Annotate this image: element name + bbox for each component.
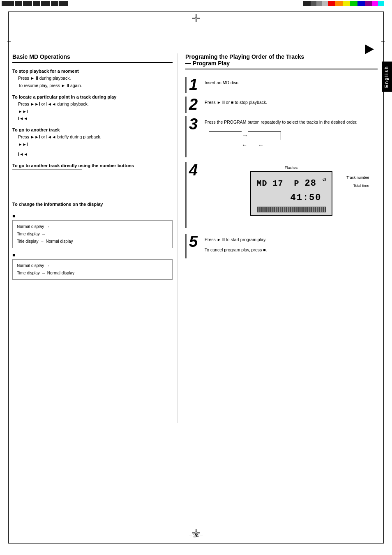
display-track-num: 28 [305,178,316,189]
column-divider [178,53,178,423]
arrow-icon: → [40,238,44,245]
left-column: Basic MD Operations To stop playback for… [12,53,173,423]
arrow-icon: → [46,223,50,230]
subsection-stop-playback: To stop playback for a moment Press ► II… [12,69,173,90]
section-arrow-right [365,44,374,54]
track-num-label: Track number [346,175,369,180]
color-block [59,1,68,6]
body-line: To resume play, press ► II again. [18,82,173,90]
color-block [41,1,50,6]
step-5-text: Press ► II to start program play. [205,236,378,243]
step-2-row: 2 Press ► II or ■ to stop playback. [185,97,378,113]
display-table-1: ■ Normal display → Time display → Title … [12,213,173,248]
step-4-content: Flashes ↺ MD 17 P 28 41:50 Track number … [205,162,378,216]
step-number-3: 3 [189,116,201,132]
right-tick [381,41,385,41]
row-dest: Normal display [47,269,74,277]
diagram-row-bottom: ← ← [209,140,378,150]
lock-icon: ↺ [323,175,327,185]
main-layout: Basic MD Operations To stop playback for… [12,53,378,423]
step-number-1: 1 [189,77,201,92]
color-seg-blue [357,1,365,6]
language-tab: English [382,62,392,92]
body-line: Press ►►I or I◄◄ briefly during playback… [18,134,173,141]
row-label: Time display [17,230,40,238]
arrow-left-icon: ← [242,142,247,148]
body-line: I◄◄ [18,151,173,158]
step-5-row: 5 Press ► II to start program play. To c… [185,234,378,258]
color-block [51,1,58,6]
subsection-locate: To locate a particular point in a track … [12,94,173,123]
step-3-diagram: → ← ← [205,131,378,150]
color-seg-yellow [343,1,350,6]
info-row: Normal display → [17,223,168,230]
step-number-5: 5 [189,234,201,249]
display-sub-text: 41:50 [257,191,322,205]
row-dest: Normal display [46,238,73,245]
top-bar [0,0,392,7]
step-bar [185,162,187,228]
body-line: ►►I [18,141,173,148]
display-box: ↺ MD 17 P 28 41:50 [250,171,332,216]
table-header: ■ [12,252,173,258]
display-note: Flashes [285,165,298,170]
subsection-another-track: To go to another track Press ►►I or I◄◄ … [12,127,173,158]
color-seg-gray [316,1,322,6]
step-2-content: Press ► II or ■ to stop playback. [205,97,267,106]
step-bar [185,97,187,113]
row-label: Normal display [17,223,44,230]
arrow-icon: → [46,262,50,269]
body-line: ►►I [18,108,173,115]
color-seg-green [350,1,357,6]
top-border-line [8,12,384,12]
display-container: Flashes ↺ MD 17 P 28 41:50 Track number … [250,171,332,216]
body-line: Press ►►I or I◄◄ during playback. [18,101,173,108]
body-line: I◄◄ [18,115,173,122]
subsection-title: To go to another track [12,127,173,132]
color-seg-cyan [378,1,384,6]
bottom-left-tick [8,541,12,543]
progress-bar [257,207,326,212]
color-seg-black [303,1,311,6]
step-5-extra: To cancel program play, press ■. [205,246,378,253]
bottom-right-tick [380,541,384,543]
color-block [23,1,32,6]
left-border-line [8,12,9,543]
step-1-row: 1 Insert an MD disc. [185,77,378,93]
step-3-text: Press the PROGRAM button repeatedly to s… [205,119,378,126]
step-number-2: 2 [189,97,201,112]
row-label: Time display [17,269,40,277]
display-table-2: ■ Normal display → Time display → Normal… [12,252,173,280]
display-main-text: MD 17 P 28 [257,176,326,191]
top-crosshair [192,14,200,22]
info-row: Title display → Normal display [17,238,168,245]
underline-decoration [12,169,82,170]
step-4-row: 4 Flashes ↺ MD 17 P 28 41:50 [185,162,378,228]
subsection-body: Press ► II during playback. To resume pl… [12,75,173,90]
top-bar-right [302,0,392,7]
step-number-4: 4 [189,162,201,178]
step-5-content: Press ► II to start program play. To can… [205,234,378,253]
bottom-crosshair [192,529,200,537]
step-3-content: Press the PROGRAM button repeatedly to s… [205,116,378,150]
body-line: Press ► II during playback. [18,75,173,82]
step-1-content: Insert an MD disc. [205,77,240,86]
row-label: Title display [17,238,38,245]
diagram-row: → [209,131,378,140]
color-seg-pink [372,1,378,6]
color-seg-dgray [311,1,316,6]
bracket-left [209,131,242,140]
arrow-icon: → [42,230,46,238]
subsection-title: To locate a particular point in a track … [12,94,173,99]
right-section-title: Programing the Playing Order of the Trac… [185,53,378,69]
info-box-1: Normal display → Time display → Title di… [12,220,173,248]
bottom-border-line [8,543,384,543]
subsection-title: To stop playback for a moment [12,69,173,74]
info-row: Time display → [17,230,168,238]
info-box-2: Normal display → Time display → Normal d… [12,259,173,280]
subsection-title: To go to another track directly using th… [12,163,173,168]
total-time-label: Total time [353,183,369,189]
step-bar [185,234,187,258]
arrow-left2-icon: ← [247,140,264,150]
color-seg-purple [365,1,372,6]
